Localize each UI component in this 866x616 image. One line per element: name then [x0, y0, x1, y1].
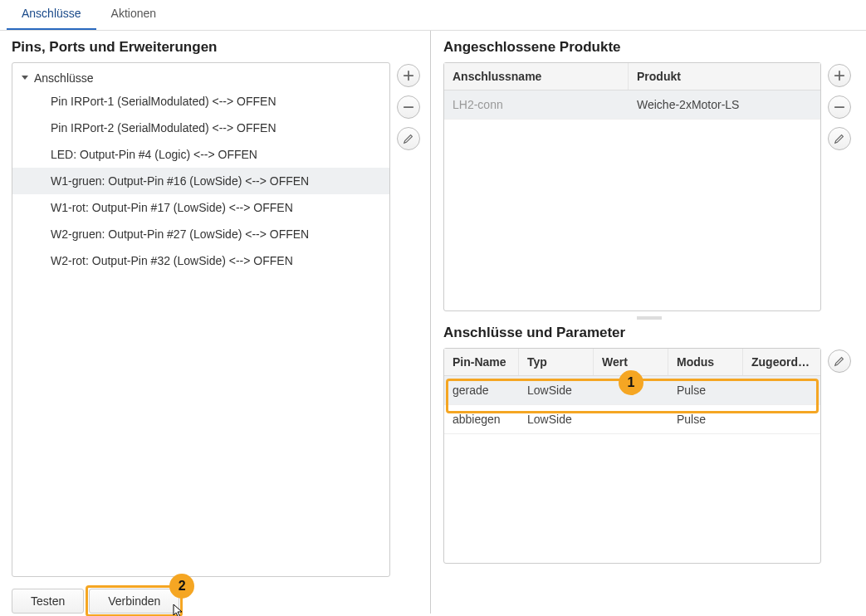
table-row[interactable]: LH2-conn Weiche-2xMotor-LS	[444, 90, 820, 120]
th-product[interactable]: Produkt	[629, 63, 820, 90]
table-row[interactable]: abbiegen LowSide Pulse	[444, 405, 820, 434]
plus-icon	[403, 70, 414, 81]
edit-button[interactable]	[828, 127, 851, 150]
pin-tree[interactable]: Anschlüsse Pin IRPort-1 (SerialModulated…	[12, 62, 390, 577]
tab-actions[interactable]: Aktionen	[96, 0, 171, 30]
tab-connections[interactable]: Anschlüsse	[7, 0, 96, 30]
th-pin-name[interactable]: Pin-Name	[444, 349, 519, 375]
plus-icon	[834, 70, 845, 81]
left-bottom-buttons: Testen Verbinden 2	[12, 589, 179, 614]
table-row[interactable]: gerade LowSide Pulse	[444, 376, 820, 405]
tree-item[interactable]: Pin IRPort-2 (SerialModulated) <--> OFFE…	[12, 115, 389, 141]
tree-side-buttons	[390, 62, 423, 150]
add-button[interactable]	[828, 64, 851, 87]
remove-button[interactable]	[397, 95, 420, 119]
td-value	[594, 405, 668, 433]
params-table[interactable]: Pin-Name Typ Wert Modus Zugeord… gerade …	[443, 348, 821, 564]
tree-root-connections[interactable]: Anschlüsse	[12, 68, 389, 88]
minus-icon	[403, 101, 414, 113]
td-type: LowSide	[519, 405, 594, 433]
tree-item[interactable]: Pin IRPort-1 (SerialModulated) <--> OFFE…	[12, 88, 389, 115]
th-assigned[interactable]: Zugeord…	[743, 349, 820, 375]
test-button[interactable]: Testen	[12, 589, 84, 614]
left-pane: Pins, Ports und Erweiterungen Anschlüsse…	[0, 31, 430, 614]
params-side-buttons	[821, 348, 854, 373]
add-button[interactable]	[397, 64, 420, 87]
tree-item[interactable]: W2-rot: Output-Pin #32 (LowSide) <--> OF…	[12, 247, 389, 274]
tab-bar: Anschlüsse Aktionen	[0, 0, 866, 31]
products-title: Angeschlossene Produkte	[443, 39, 854, 56]
products-side-buttons	[821, 62, 854, 150]
chevron-down-icon	[21, 73, 31, 83]
tree-item-selected[interactable]: W1-gruen: Output-Pin #16 (LowSide) <--> …	[12, 168, 389, 194]
th-mode[interactable]: Modus	[668, 349, 743, 375]
td-assigned	[743, 376, 820, 404]
td-product: Weiche-2xMotor-LS	[629, 90, 820, 119]
minus-icon	[834, 101, 845, 113]
tree-item[interactable]: W2-gruen: Output-Pin #27 (LowSide) <--> …	[12, 221, 389, 247]
edit-button[interactable]	[397, 127, 420, 150]
products-table[interactable]: Anschlussname Produkt LH2-conn Weiche-2x…	[443, 62, 821, 311]
td-mode: Pulse	[668, 376, 743, 404]
tree-item[interactable]: LED: Output-Pin #4 (Logic) <--> OFFEN	[12, 141, 389, 168]
connect-button[interactable]: Verbinden	[89, 589, 179, 614]
right-pane: Angeschlossene Produkte Anschlussname Pr…	[435, 31, 866, 614]
th-type[interactable]: Typ	[519, 349, 594, 375]
remove-button[interactable]	[828, 95, 851, 119]
td-assigned	[743, 405, 820, 433]
horizontal-splitter[interactable]	[443, 311, 854, 325]
td-connection-name: LH2-conn	[444, 90, 629, 119]
left-title: Pins, Ports und Erweiterungen	[12, 39, 423, 56]
edit-button[interactable]	[828, 350, 851, 373]
td-type: LowSide	[519, 376, 594, 404]
td-pin: gerade	[444, 376, 519, 404]
th-connection-name[interactable]: Anschlussname	[444, 63, 629, 90]
tree-root-label: Anschlüsse	[34, 71, 94, 85]
pencil-icon	[403, 133, 414, 144]
params-title: Anschlüsse und Parameter	[443, 325, 854, 341]
td-value	[594, 376, 668, 404]
td-mode: Pulse	[668, 405, 743, 433]
pencil-icon	[834, 133, 845, 144]
th-value[interactable]: Wert	[594, 349, 668, 375]
tree-item[interactable]: W1-rot: Output-Pin #17 (LowSide) <--> OF…	[12, 194, 389, 221]
td-pin: abbiegen	[444, 405, 519, 433]
pencil-icon	[834, 355, 845, 367]
